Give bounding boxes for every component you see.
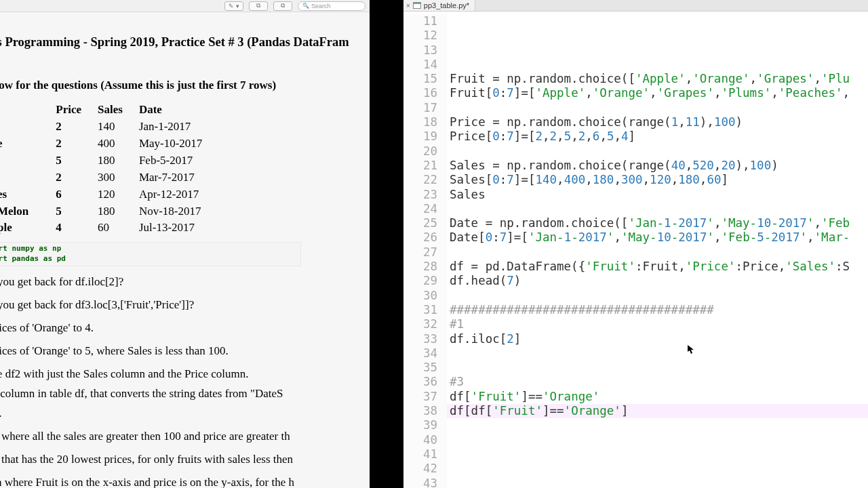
question-item: a bar graph where Fruit is on the x-axis… (0, 475, 370, 488)
code-line[interactable] (447, 433, 868, 447)
table-row: 2300Mar-7-2017 (0, 169, 212, 186)
code-line[interactable] (447, 476, 868, 489)
data-table: PriceSalesDate 2140Jan-1-2017e2400May-10… (0, 102, 212, 237)
code-line[interactable] (447, 58, 868, 72)
code-line[interactable]: Fruit[0:7]=['Apple','Orange','Grapes','P… (447, 86, 868, 100)
code-line[interactable]: Sales (447, 188, 868, 202)
code-line[interactable]: df.head(7) (447, 274, 868, 288)
document-body: s Analytics Programming - Spring 2019, P… (0, 12, 370, 488)
question-list: alues will you get back for df.iloc[2]?a… (0, 274, 370, 488)
close-icon[interactable]: × (406, 2, 410, 9)
code-line[interactable]: Price = np.random.choice(range(1,11),100… (447, 115, 868, 129)
search-placeholder: Search (311, 3, 331, 9)
code-line[interactable]: df['Fruit']=='Orange' (447, 390, 868, 404)
split-divider[interactable] (370, 0, 403, 488)
tab-label: pp3_table.py* (424, 1, 469, 9)
code-line[interactable]: df = pd.DataFrame({'Fruit':Fruit,'Price'… (447, 260, 868, 274)
table-row: 5180Feb-5-2017 (0, 152, 212, 169)
code-line[interactable]: #1 (447, 317, 868, 331)
question-item: alues will you get back for df.iloc[2]? (0, 274, 370, 290)
nav-fwd-icon[interactable]: ⧉ (273, 1, 292, 11)
code-line[interactable]: df[df['Fruit']=='Orange'] (447, 404, 868, 418)
code-line[interactable]: #3 (447, 375, 868, 389)
code-line[interactable]: Date[0:7]=['Jan-1-2017','May-10-2017','F… (447, 230, 868, 245)
code-line[interactable] (447, 202, 868, 216)
code-editor[interactable]: 1112131415161718192021222324252627282930… (403, 12, 868, 488)
code-line[interactable] (447, 289, 868, 303)
table-row: Melon5180Nov-18-2017 (0, 203, 212, 220)
search-icon: 🔍 (302, 3, 309, 9)
question-item: e all the prices of 'Orange' to 4. (0, 321, 370, 336)
code-line[interactable] (447, 418, 868, 432)
table-header: Date (132, 102, 212, 119)
code-line[interactable] (447, 144, 868, 159)
table-header: Sales (91, 102, 132, 119)
question-item: alues will you get back for df3.loc[3,['… (0, 298, 370, 313)
editor-pane: × pp3_table.py* 111213141516171819202122… (403, 0, 868, 488)
question-item: a new table df2 with just the Sales colu… (0, 367, 370, 382)
code-line[interactable]: Sales[0:7]=[140,400,180,300,120,180,60] (447, 173, 868, 187)
code-sample: ort numpy as np ort pandas as pd (0, 242, 301, 266)
code-line[interactable] (447, 101, 868, 115)
document-pane: ✎ ▾ ⧉ ⧉ 🔍 Search s Analytics Programming… (0, 0, 370, 488)
table-row: es6120Apr-12-2017 (0, 186, 212, 203)
question-item: e all the prices of 'Orange' to 5, where… (0, 344, 370, 359)
code-line[interactable] (447, 447, 868, 462)
line-gutter: 1112131415161718192021222324252627282930… (403, 14, 447, 488)
table-row: e2400May-10-2017 (0, 136, 212, 152)
code-line[interactable]: Sales = np.random.choice(range(40,520,20… (447, 159, 868, 173)
code-line[interactable] (447, 346, 868, 361)
question-item: a "Period" column in table df, that conv… (0, 386, 370, 402)
table-row: 2140Jan-1-2017 (0, 119, 212, 136)
table-header: Price (49, 102, 91, 119)
editor-tab[interactable]: × pp3_table.py* (403, 0, 475, 11)
table-row: ple460Jul-13-2017 (0, 220, 212, 237)
question-item: a table df2 that has the 20 lowest price… (0, 452, 370, 468)
nav-back-icon[interactable]: ⧉ (249, 1, 268, 11)
code-line[interactable]: df.iloc[2] (447, 332, 868, 346)
tab-bar: × pp3_table.py* (403, 0, 868, 12)
code-line[interactable] (447, 245, 868, 260)
code-line[interactable]: Price[0:7]=[2,2,5,2,6,5,4] (447, 129, 868, 144)
search-field[interactable]: 🔍 Search (298, 1, 366, 11)
code-line[interactable]: Fruit = np.random.choice(['Apple','Orang… (447, 72, 868, 86)
question-item: ate objects. (0, 406, 370, 422)
page-title: s Analytics Programming - Spring 2019, P… (0, 34, 370, 51)
code-line[interactable]: ##################################### (447, 303, 868, 317)
code-area[interactable]: Fruit = np.random.choice(['Apple','Orang… (447, 14, 868, 488)
code-line[interactable]: Date = np.random.choice(['Jan-1-2017','M… (447, 216, 868, 230)
file-icon (413, 2, 421, 9)
code-line[interactable] (447, 361, 868, 375)
instruction: table df below for the questions (Assume… (0, 78, 370, 94)
edit-icon[interactable]: ✎ ▾ (224, 1, 243, 11)
document-toolbar: ✎ ▾ ⧉ ⧉ 🔍 Search (0, 0, 370, 12)
table-header (0, 102, 49, 119)
question-item: a table df2 where all the sales are grea… (0, 429, 370, 445)
code-line[interactable] (447, 462, 868, 476)
